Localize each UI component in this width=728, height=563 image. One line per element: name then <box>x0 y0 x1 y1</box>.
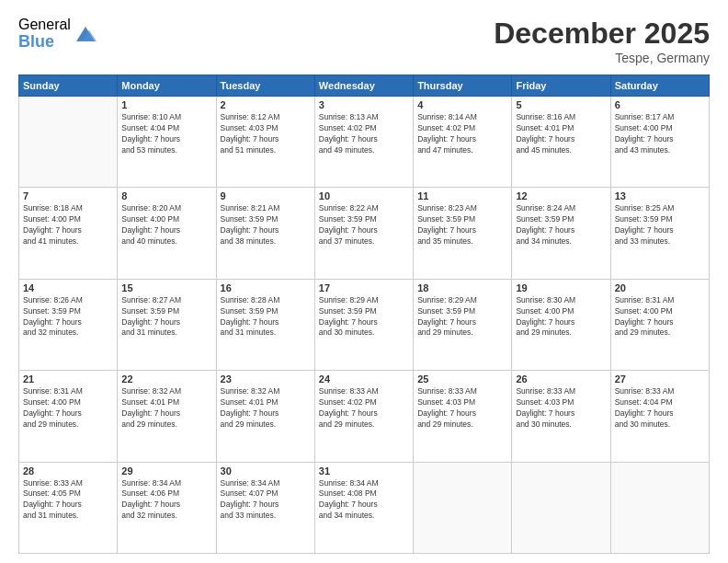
day-number: 4 <box>417 99 507 110</box>
day-number: 8 <box>121 190 211 201</box>
logo-general: General <box>18 17 71 33</box>
calendar-week-3: 14Sunrise: 8:26 AMSunset: 3:59 PMDayligh… <box>19 279 710 370</box>
calendar-cell: 24Sunrise: 8:33 AMSunset: 4:02 PMDayligh… <box>314 371 413 462</box>
day-info: Sunrise: 8:17 AMSunset: 4:00 PMDaylight:… <box>615 112 705 156</box>
day-number: 6 <box>615 99 705 110</box>
calendar-cell: 22Sunrise: 8:32 AMSunset: 4:01 PMDayligh… <box>118 371 216 462</box>
calendar-cell: 14Sunrise: 8:26 AMSunset: 3:59 PMDayligh… <box>19 279 118 370</box>
day-number: 11 <box>417 190 507 201</box>
calendar-cell: 21Sunrise: 8:31 AMSunset: 4:00 PMDayligh… <box>19 371 118 462</box>
day-number: 7 <box>23 190 113 201</box>
calendar-cell <box>610 462 709 553</box>
day-info: Sunrise: 8:33 AMSunset: 4:02 PMDaylight:… <box>319 386 409 431</box>
location: Tespe, Germany <box>494 51 710 65</box>
day-info: Sunrise: 8:32 AMSunset: 4:01 PMDaylight:… <box>221 386 311 431</box>
col-header-thursday: Thursday <box>414 75 512 97</box>
day-info: Sunrise: 8:32 AMSunset: 4:01 PMDaylight:… <box>121 386 211 431</box>
calendar-cell: 16Sunrise: 8:28 AMSunset: 3:59 PMDayligh… <box>216 279 314 370</box>
calendar-cell: 19Sunrise: 8:30 AMSunset: 4:00 PMDayligh… <box>512 279 610 370</box>
day-number: 10 <box>319 190 409 201</box>
day-info: Sunrise: 8:26 AMSunset: 3:59 PMDaylight:… <box>23 295 113 339</box>
calendar-cell: 1Sunrise: 8:10 AMSunset: 4:04 PMDaylight… <box>118 97 216 188</box>
day-number: 28 <box>23 465 113 477</box>
day-number: 17 <box>319 282 409 293</box>
day-number: 12 <box>516 190 606 201</box>
day-info: Sunrise: 8:33 AMSunset: 4:03 PMDaylight:… <box>417 386 507 431</box>
logo: General Blue <box>18 17 98 51</box>
day-info: Sunrise: 8:21 AMSunset: 3:59 PMDaylight:… <box>221 203 311 247</box>
day-info: Sunrise: 8:33 AMSunset: 4:03 PMDaylight:… <box>516 386 606 431</box>
col-header-tuesday: Tuesday <box>216 75 314 97</box>
calendar-cell: 31Sunrise: 8:34 AMSunset: 4:08 PMDayligh… <box>314 462 413 553</box>
header: General Blue December 2025 Tespe, German… <box>18 17 710 65</box>
col-header-wednesday: Wednesday <box>314 75 413 97</box>
col-header-saturday: Saturday <box>610 75 709 97</box>
calendar-cell: 28Sunrise: 8:33 AMSunset: 4:05 PMDayligh… <box>19 462 118 553</box>
calendar-cell: 13Sunrise: 8:25 AMSunset: 3:59 PMDayligh… <box>610 188 709 279</box>
day-info: Sunrise: 8:20 AMSunset: 4:00 PMDaylight:… <box>121 203 211 247</box>
calendar-week-5: 28Sunrise: 8:33 AMSunset: 4:05 PMDayligh… <box>19 462 710 553</box>
page: General Blue December 2025 Tespe, German… <box>0 0 728 563</box>
calendar-cell <box>512 462 610 553</box>
day-info: Sunrise: 8:18 AMSunset: 4:00 PMDaylight:… <box>23 203 113 247</box>
calendar-week-2: 7Sunrise: 8:18 AMSunset: 4:00 PMDaylight… <box>19 188 710 279</box>
day-number: 25 <box>417 373 507 385</box>
day-number: 31 <box>319 465 409 477</box>
day-number: 1 <box>121 99 211 110</box>
day-number: 13 <box>615 190 705 201</box>
calendar-cell: 20Sunrise: 8:31 AMSunset: 4:00 PMDayligh… <box>610 279 709 370</box>
day-info: Sunrise: 8:10 AMSunset: 4:04 PMDaylight:… <box>121 112 211 156</box>
day-info: Sunrise: 8:34 AMSunset: 4:08 PMDaylight:… <box>319 478 409 523</box>
calendar-cell: 26Sunrise: 8:33 AMSunset: 4:03 PMDayligh… <box>512 371 610 462</box>
day-info: Sunrise: 8:22 AMSunset: 3:59 PMDaylight:… <box>319 203 409 247</box>
day-info: Sunrise: 8:24 AMSunset: 3:59 PMDaylight:… <box>516 203 606 247</box>
day-info: Sunrise: 8:25 AMSunset: 3:59 PMDaylight:… <box>615 203 705 247</box>
calendar-cell: 2Sunrise: 8:12 AMSunset: 4:03 PMDaylight… <box>216 97 314 188</box>
calendar-cell: 12Sunrise: 8:24 AMSunset: 3:59 PMDayligh… <box>512 188 610 279</box>
day-number: 23 <box>221 373 311 385</box>
calendar-cell: 11Sunrise: 8:23 AMSunset: 3:59 PMDayligh… <box>414 188 512 279</box>
day-number: 24 <box>319 373 409 385</box>
calendar-cell: 15Sunrise: 8:27 AMSunset: 3:59 PMDayligh… <box>118 279 216 370</box>
day-info: Sunrise: 8:27 AMSunset: 3:59 PMDaylight:… <box>121 295 211 339</box>
calendar-cell: 4Sunrise: 8:14 AMSunset: 4:02 PMDaylight… <box>414 97 512 188</box>
month-title: December 2025 <box>494 17 710 51</box>
calendar-cell <box>19 97 118 188</box>
day-info: Sunrise: 8:16 AMSunset: 4:01 PMDaylight:… <box>516 112 606 156</box>
calendar-cell: 18Sunrise: 8:29 AMSunset: 3:59 PMDayligh… <box>414 279 512 370</box>
calendar-week-1: 1Sunrise: 8:10 AMSunset: 4:04 PMDaylight… <box>19 97 710 188</box>
day-info: Sunrise: 8:33 AMSunset: 4:04 PMDaylight:… <box>615 386 705 431</box>
day-number: 21 <box>23 373 113 385</box>
logo-text: General Blue <box>18 17 71 51</box>
logo-blue: Blue <box>18 33 71 52</box>
day-number: 30 <box>221 465 311 477</box>
calendar-cell: 23Sunrise: 8:32 AMSunset: 4:01 PMDayligh… <box>216 371 314 462</box>
day-info: Sunrise: 8:31 AMSunset: 4:00 PMDaylight:… <box>23 386 113 431</box>
day-info: Sunrise: 8:30 AMSunset: 4:00 PMDaylight:… <box>516 295 606 339</box>
calendar-cell: 6Sunrise: 8:17 AMSunset: 4:00 PMDaylight… <box>610 97 709 188</box>
calendar-cell: 10Sunrise: 8:22 AMSunset: 3:59 PMDayligh… <box>314 188 413 279</box>
day-number: 18 <box>417 282 507 293</box>
calendar-cell: 25Sunrise: 8:33 AMSunset: 4:03 PMDayligh… <box>414 371 512 462</box>
calendar-cell: 8Sunrise: 8:20 AMSunset: 4:00 PMDaylight… <box>118 188 216 279</box>
day-number: 15 <box>121 282 211 293</box>
day-number: 14 <box>23 282 113 293</box>
calendar-cell: 9Sunrise: 8:21 AMSunset: 3:59 PMDaylight… <box>216 188 314 279</box>
calendar-cell: 17Sunrise: 8:29 AMSunset: 3:59 PMDayligh… <box>314 279 413 370</box>
day-number: 22 <box>121 373 211 385</box>
day-number: 3 <box>319 99 409 110</box>
day-number: 19 <box>516 282 606 293</box>
logo-icon <box>73 21 98 47</box>
title-block: December 2025 Tespe, Germany <box>494 17 710 65</box>
day-info: Sunrise: 8:28 AMSunset: 3:59 PMDaylight:… <box>221 295 311 339</box>
day-info: Sunrise: 8:33 AMSunset: 4:05 PMDaylight:… <box>23 478 113 523</box>
calendar-cell: 3Sunrise: 8:13 AMSunset: 4:02 PMDaylight… <box>314 97 413 188</box>
calendar-week-4: 21Sunrise: 8:31 AMSunset: 4:00 PMDayligh… <box>19 371 710 462</box>
calendar-header-row: SundayMondayTuesdayWednesdayThursdayFrid… <box>19 75 710 97</box>
day-number: 26 <box>516 373 606 385</box>
calendar-table: SundayMondayTuesdayWednesdayThursdayFrid… <box>18 75 710 554</box>
day-number: 9 <box>221 190 311 201</box>
day-number: 29 <box>121 465 211 477</box>
day-info: Sunrise: 8:23 AMSunset: 3:59 PMDaylight:… <box>417 203 507 247</box>
calendar-cell <box>414 462 512 553</box>
